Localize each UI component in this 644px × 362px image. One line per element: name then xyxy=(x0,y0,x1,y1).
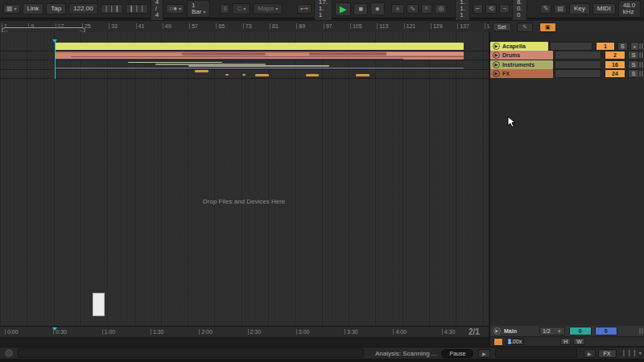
time-ruler-marker-icon xyxy=(52,327,57,331)
track-lane[interactable] xyxy=(0,69,489,79)
play-queue-icon[interactable]: ▶ xyxy=(584,349,596,358)
main-pan-value[interactable]: 0 xyxy=(569,327,592,335)
nudge-down-icon[interactable]: ❘❘❙ xyxy=(101,4,123,14)
nudge-up-icon[interactable]: ❙❘❘ xyxy=(126,4,148,14)
resume-icon-button[interactable]: ▶ xyxy=(478,349,490,358)
track-meter xyxy=(555,51,601,60)
quantize-menu[interactable]: 1 Bar▾ xyxy=(187,0,210,18)
tap-tempo-button[interactable]: Tap xyxy=(46,3,66,14)
automation-mode-button[interactable]: ✎ xyxy=(517,23,533,32)
arrangement-clip[interactable] xyxy=(386,52,464,55)
track-lane[interactable] xyxy=(0,42,489,51)
solo-button[interactable]: S xyxy=(628,60,639,69)
arrangement-clip[interactable] xyxy=(306,74,320,76)
track-name-label: Drums xyxy=(502,52,520,58)
solo-button[interactable]: S xyxy=(628,51,639,60)
main-output-meter xyxy=(639,328,643,334)
main-volume-value[interactable]: 0 xyxy=(595,327,617,335)
midi-overdub-icon[interactable]: ＋ xyxy=(391,4,404,14)
info-icon[interactable]: ? xyxy=(5,349,13,357)
loop-length[interactable]: 8. 0. 0 xyxy=(512,0,527,21)
punch-out-icon[interactable]: ¬ xyxy=(499,4,510,14)
fx-button[interactable]: FX xyxy=(598,349,617,358)
main-output-routing[interactable]: 1/2▼ xyxy=(539,327,565,335)
arrangement-clip[interactable] xyxy=(182,52,266,56)
arrangement-clip[interactable] xyxy=(188,65,329,67)
tempo-value[interactable]: 122.00 xyxy=(68,3,97,14)
arrangement-clip[interactable] xyxy=(255,74,269,76)
track-name-block[interactable]: ▶FX xyxy=(490,69,553,78)
punch-in-icon[interactable]: ⌐ xyxy=(473,4,483,14)
time-label: 0:00 xyxy=(5,329,19,335)
scale-icon[interactable]: ♯ xyxy=(220,4,229,14)
arrangement-clip[interactable] xyxy=(356,74,369,76)
arm-button[interactable]: ● xyxy=(630,42,639,51)
track-activator[interactable]: 24 xyxy=(605,69,625,78)
draw-mode-icon[interactable]: ✎ xyxy=(540,4,552,14)
analysis-status-text: Analysis: Scanning ... xyxy=(375,350,436,357)
beat-time-ruler[interactable]: 1917253341495765738189971051131211291371… xyxy=(0,21,489,33)
solo-button[interactable]: S xyxy=(617,42,628,51)
metronome-button[interactable]: ○●▾ xyxy=(166,4,184,14)
track-activator[interactable]: 16 xyxy=(605,60,625,69)
key-map-button[interactable]: Key xyxy=(569,3,590,14)
automation-arm-icon[interactable]: ∿ xyxy=(407,4,419,14)
play-button[interactable]: ▶ xyxy=(335,2,351,16)
metronome-dropdown-icon[interactable]: ▾ xyxy=(179,6,181,11)
main-track-header[interactable]: ▶ Main 1/2▼ 0 0 xyxy=(489,326,644,336)
track-header-row[interactable]: ▶Drums2S xyxy=(490,51,644,60)
track-name-block[interactable]: ▶Instruments xyxy=(490,60,553,69)
track-activator[interactable]: 2 xyxy=(605,51,625,60)
track-activator[interactable]: 1 xyxy=(596,42,615,51)
track-header-row[interactable]: ▶Instruments16S xyxy=(490,60,644,69)
track-lane[interactable] xyxy=(0,60,489,70)
arrangement-clip[interactable] xyxy=(55,43,464,50)
arrangement-clip[interactable] xyxy=(225,74,229,76)
arrangement-position[interactable]: 17. 1. 1 xyxy=(314,0,332,21)
track-header-row[interactable]: ▶Acapella1S● xyxy=(490,42,644,51)
time-ruler[interactable]: 0:000:301:001:302:002:303:003:304:004:30… xyxy=(0,326,489,337)
midi-map-button[interactable]: MIDI xyxy=(592,3,616,14)
arrangement-clip[interactable] xyxy=(309,52,386,56)
arrangement-clip[interactable] xyxy=(195,70,208,72)
optimize-width-button[interactable]: W xyxy=(573,338,585,345)
key-root-menu[interactable]: C▾ xyxy=(232,3,250,14)
output-meter-icon[interactable]: ❘❘❘▾ xyxy=(619,349,644,357)
main-fold-icon[interactable]: ▶ xyxy=(493,327,501,335)
follow-button[interactable]: •➝ xyxy=(297,4,312,14)
bar-number-label: 121 xyxy=(404,23,416,29)
pause-button[interactable]: Pause xyxy=(441,349,473,358)
group-fold-icon[interactable]: ▶ xyxy=(493,43,500,50)
record-button[interactable]: ● xyxy=(370,2,385,15)
track-name-block[interactable]: ▶Acapella xyxy=(490,42,548,51)
play-icon: ▶ xyxy=(340,4,346,14)
loop-start[interactable]: 1. 1. 1 xyxy=(455,0,470,21)
key-scale-menu[interactable]: Major▾ xyxy=(253,3,283,14)
set-loop-button[interactable]: Set xyxy=(493,23,511,31)
status-message-field xyxy=(18,348,364,358)
track-lane[interactable] xyxy=(0,51,489,60)
track-headers-panel: ▶Acapella1S●▶Drums2S▶Instruments16S▶FX24… xyxy=(489,32,644,326)
capture-midi-icon[interactable]: ✳ xyxy=(421,4,433,14)
arrangement-clip-area[interactable]: Drop Files and Devices Here xyxy=(0,32,489,326)
back-to-arrangement-button[interactable]: ▣ xyxy=(539,23,556,32)
solo-button[interactable]: S xyxy=(628,69,639,78)
arrangement-clip[interactable] xyxy=(128,62,222,63)
playback-speed-value[interactable]: 1.00x xyxy=(506,338,524,345)
computer-midi-keyboard-icon[interactable]: ▤ xyxy=(554,4,567,14)
mouse-cursor xyxy=(507,116,517,129)
loop-switch-icon[interactable]: ⟲ xyxy=(485,4,497,14)
time-signature[interactable]: 4 / 4 xyxy=(151,0,163,21)
stop-button[interactable]: ■ xyxy=(353,3,367,15)
clip-speed-icon[interactable] xyxy=(493,338,503,346)
track-header-row[interactable]: ▶FX24S xyxy=(490,69,644,78)
group-fold-icon[interactable]: ▶ xyxy=(493,51,500,59)
link-button[interactable]: Link xyxy=(23,3,44,14)
device-selector-dropdown[interactable]: ▦▾ xyxy=(3,4,20,14)
track-name-block[interactable]: ▶Drums xyxy=(490,51,553,60)
group-fold-icon[interactable]: ▶ xyxy=(493,70,500,77)
group-fold-icon[interactable]: ▶ xyxy=(493,61,500,68)
arrangement-clip[interactable] xyxy=(242,74,246,76)
session-record-icon[interactable]: ◎ xyxy=(435,4,447,14)
optimize-height-button[interactable]: H xyxy=(560,338,571,345)
